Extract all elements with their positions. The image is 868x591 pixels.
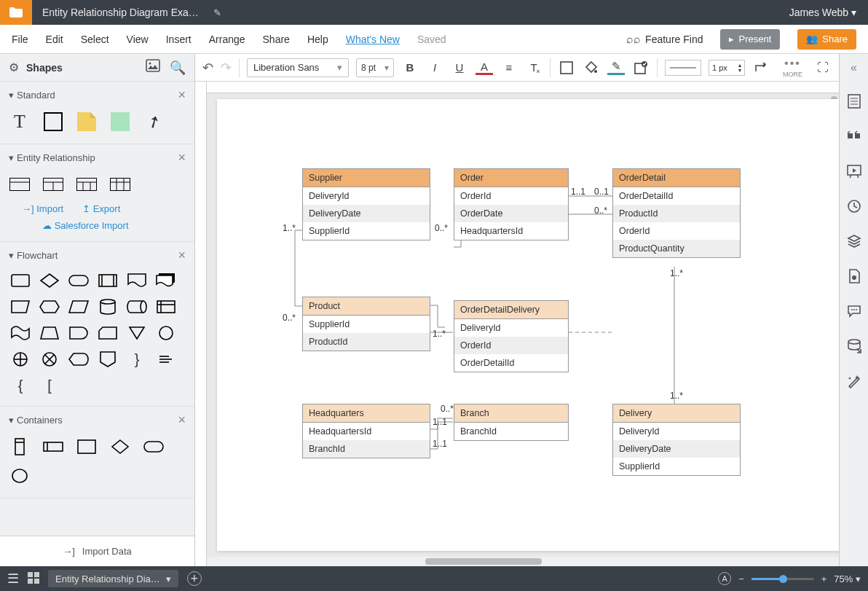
- chevron-down-icon[interactable]: ▾: [9, 90, 14, 101]
- collapse-dock-icon[interactable]: «: [851, 61, 857, 74]
- flow-internal[interactable]: [154, 297, 178, 317]
- import-data-button[interactable]: →] Import Data: [0, 536, 194, 566]
- present-icon[interactable]: [846, 163, 862, 179]
- chevron-down-icon[interactable]: ▾: [9, 152, 14, 163]
- salesforce-import-link[interactable]: ☁ Salesforce Import: [9, 220, 186, 231]
- flow-db[interactable]: [96, 297, 119, 317]
- grid-view-icon[interactable]: [28, 572, 39, 586]
- entity-branch[interactable]: Branch BranchId: [454, 404, 569, 441]
- container-4[interactable]: [109, 438, 131, 455]
- flow-display[interactable]: [67, 349, 90, 369]
- note-shape[interactable]: [76, 113, 98, 130]
- zoom-out-button[interactable]: −: [738, 574, 744, 584]
- document-title[interactable]: Entity Relationship Diagram Exa…: [32, 7, 209, 18]
- entity-supplier[interactable]: Supplier DeliveryId DeliveryDate Supplie…: [302, 168, 430, 240]
- entity-headquarters[interactable]: Headquarters HeadquartersId BranchId: [302, 404, 430, 458]
- export-link[interactable]: ↥ Export: [82, 203, 120, 214]
- page-tab[interactable]: Entity Relationship Dia…▾: [48, 570, 178, 587]
- present-button[interactable]: ▸ Present: [720, 29, 780, 50]
- entity-product[interactable]: Product SupplierId ProductId: [302, 297, 430, 351]
- flow-offpage[interactable]: [96, 349, 119, 369]
- close-flow-icon[interactable]: ×: [178, 248, 186, 263]
- magic-icon[interactable]: [846, 373, 862, 389]
- flow-hex[interactable]: [38, 297, 61, 317]
- page-icon[interactable]: [846, 268, 862, 284]
- menu-file[interactable]: File: [12, 34, 28, 45]
- flow-rect[interactable]: [9, 270, 32, 291]
- underline-button[interactable]: U: [451, 59, 468, 77]
- panel-entity-rel[interactable]: Entity Relationship: [17, 152, 95, 163]
- search-icon[interactable]: 🔍: [170, 60, 186, 76]
- comment-icon[interactable]: [846, 128, 862, 144]
- fill-color-button[interactable]: [583, 59, 600, 77]
- layers-icon[interactable]: [846, 233, 862, 249]
- line-routing-button[interactable]: [752, 59, 770, 77]
- arrow-shape[interactable]: ➚: [140, 109, 167, 135]
- font-size-select[interactable]: 8 pt▾: [356, 58, 394, 77]
- entity-order[interactable]: Order OrderId OrderDate HeadquartersId: [454, 168, 569, 240]
- entity-delivery[interactable]: Delivery DeliveryId DeliveryDate Supplie…: [612, 404, 741, 476]
- font-family-select[interactable]: Liberation Sans▾: [247, 58, 349, 77]
- edit-title-icon[interactable]: ✎: [209, 7, 226, 18]
- zoom-level[interactable]: 75% ▾: [834, 574, 861, 584]
- flow-connector[interactable]: [154, 323, 178, 343]
- panel-standard[interactable]: Standard: [17, 90, 55, 101]
- redo-button[interactable]: ↷: [221, 60, 232, 76]
- diagram-page[interactable]: Supplier DeliveryId DeliveryDate Supplie…: [217, 99, 839, 551]
- panel-flowchart[interactable]: Flowchart: [17, 250, 58, 261]
- container-1[interactable]: [9, 438, 31, 455]
- container-6[interactable]: [9, 467, 31, 485]
- block-shape[interactable]: [109, 113, 131, 130]
- menu-insert[interactable]: Insert: [166, 34, 192, 45]
- container-3[interactable]: [76, 438, 98, 455]
- import-link[interactable]: →] Import: [22, 203, 63, 214]
- menu-edit[interactable]: Edit: [46, 34, 63, 45]
- horizontal-scrollbar[interactable]: [207, 557, 839, 566]
- line-style-select[interactable]: [665, 60, 701, 76]
- close-er-icon[interactable]: ×: [178, 150, 186, 165]
- flow-data[interactable]: [67, 297, 90, 317]
- history-icon[interactable]: [846, 198, 862, 214]
- flow-card[interactable]: [96, 323, 119, 343]
- flow-storage[interactable]: [125, 297, 149, 317]
- list-view-icon[interactable]: ☰: [7, 571, 19, 587]
- flow-multidoc[interactable]: [154, 270, 178, 291]
- menu-view[interactable]: View: [127, 34, 149, 45]
- zoom-slider[interactable]: [751, 578, 814, 580]
- template-icon[interactable]: [846, 93, 862, 109]
- flow-tape[interactable]: [9, 323, 32, 343]
- bold-button[interactable]: B: [401, 59, 419, 77]
- er-shape-4[interactable]: [109, 176, 131, 193]
- undo-button[interactable]: ↶: [202, 60, 213, 76]
- chevron-down-icon[interactable]: ▾: [9, 250, 14, 261]
- er-shape-1[interactable]: [9, 176, 31, 193]
- flow-delay[interactable]: [67, 323, 90, 343]
- whats-new-link[interactable]: What's New: [346, 34, 400, 45]
- feature-find[interactable]: ⌕⌕ Feature Find: [626, 33, 703, 46]
- container-2[interactable]: [42, 438, 64, 455]
- fullscreen-button[interactable]: ⛶: [814, 59, 832, 77]
- flow-doc[interactable]: [125, 270, 149, 291]
- container-5[interactable]: [143, 438, 165, 455]
- flow-terminator[interactable]: [67, 270, 90, 291]
- share-button[interactable]: 👥 Share: [797, 29, 856, 50]
- align-button[interactable]: ≡: [500, 59, 518, 77]
- border-color-button[interactable]: ✎: [607, 60, 625, 75]
- panel-containers[interactable]: Containers: [17, 415, 63, 426]
- er-shape-2[interactable]: [42, 176, 64, 193]
- flow-or[interactable]: [38, 349, 61, 369]
- user-menu[interactable]: James Webb ▾: [778, 7, 868, 18]
- italic-button[interactable]: I: [426, 59, 443, 77]
- flow-predef[interactable]: [96, 270, 119, 291]
- folder-icon[interactable]: [0, 0, 32, 25]
- flow-sum[interactable]: [9, 349, 32, 369]
- entity-orderdetail[interactable]: OrderDetail OrderDetailId ProductId Orde…: [612, 168, 741, 258]
- clear-format-button[interactable]: T×: [525, 59, 542, 77]
- flow-diamond[interactable]: [38, 270, 61, 291]
- close-containers-icon[interactable]: ×: [178, 412, 186, 428]
- flow-bracket[interactable]: [: [38, 375, 61, 396]
- entity-orderdetaildelivery[interactable]: OrderDetailDelivery DeliveryId OrderId O…: [454, 300, 569, 372]
- er-shape-3[interactable]: [76, 176, 98, 193]
- more-button[interactable]: •••MORE: [783, 57, 802, 78]
- flow-manual[interactable]: [9, 297, 32, 317]
